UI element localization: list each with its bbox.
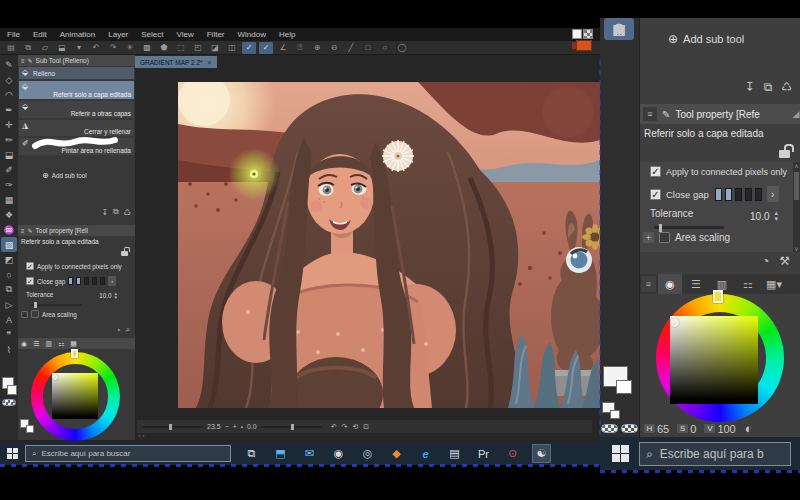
zoom-slider[interactable]	[143, 426, 203, 428]
fit-icon[interactable]: ▪	[241, 424, 243, 430]
tolerance-value[interactable]: 10.0 ▴▾	[750, 210, 778, 222]
hue-marker[interactable]	[713, 290, 723, 303]
shade-b-icon[interactable]: ◫	[225, 42, 239, 54]
clear-icon[interactable]: ▩	[140, 42, 154, 54]
undo-icon[interactable]: ↶	[89, 42, 103, 54]
menu-item[interactable]: Select	[141, 30, 163, 39]
panel-menu-icon[interactable]: ≡	[643, 107, 657, 121]
rotation-value[interactable]: 0.0	[247, 423, 257, 430]
close-gap-level-5[interactable]	[100, 277, 105, 285]
shield-app-icon[interactable]: ◆	[388, 445, 405, 462]
rotate-left-icon[interactable]: ↶	[331, 423, 337, 431]
apply-connected-checkbox[interactable]: ✓ Apply to connected pixels only	[26, 262, 122, 270]
add-subtool-button[interactable]: ⊕ Add sub tool	[42, 171, 87, 180]
close-gap-level-4[interactable]	[92, 277, 97, 285]
close-gap-level-1[interactable]	[68, 277, 73, 285]
tab-intermediate-color[interactable]: ⚏	[58, 340, 64, 348]
area-scaling-row[interactable]: + Area scaling	[643, 232, 730, 243]
select-area-icon[interactable]: ◰	[191, 42, 205, 54]
grid-icon[interactable]: ▤	[4, 42, 18, 54]
new-doc-icon[interactable]: ⧉	[21, 42, 35, 54]
subtool-panel-header[interactable]: ≡ ✎ Sub Tool (Relleno)	[18, 55, 135, 66]
windows-start-button[interactable]	[7, 448, 18, 459]
snap-ruler-icon[interactable]: ✓	[242, 42, 256, 54]
apply-connected-checkbox[interactable]: ✓ Apply to connected pixels only	[650, 166, 787, 177]
property-scrollbar[interactable]: ∧∨	[793, 162, 800, 252]
text-tool-icon[interactable]: A	[1, 312, 17, 327]
snap-special-ruler-icon[interactable]: ✓	[259, 42, 273, 54]
save-dropdown-icon[interactable]: ▾	[72, 42, 86, 54]
polyline-tool-icon[interactable]: ▷	[1, 297, 17, 312]
crop-icon[interactable]: ⬚	[174, 42, 188, 54]
tab-color-wheel[interactable]: ◉	[658, 274, 682, 294]
shape-tool-icon[interactable]: ○	[1, 267, 17, 282]
fill-tool-icon[interactable]: ▨	[1, 237, 17, 252]
menu-item[interactable]: Animation	[60, 30, 96, 39]
zoom-in-icon[interactable]: ⊕	[310, 42, 324, 54]
expand-plus-icon[interactable]: +	[643, 232, 654, 243]
close-gap-level-2[interactable]	[725, 188, 732, 201]
premiere-icon[interactable]: Pr	[475, 445, 492, 462]
rect-tool-icon[interactable]: □	[361, 42, 375, 54]
delete-subtool-icon[interactable]: ♺	[781, 80, 792, 94]
duplicate-subtool-icon[interactable]: ⧉	[764, 80, 773, 94]
zoom-out-icon[interactable]: ⊖	[327, 42, 341, 54]
store-icon[interactable]: ⬒	[272, 445, 289, 462]
menu-item[interactable]: Filter	[207, 30, 225, 39]
refresh-icon[interactable]: ✳	[123, 42, 137, 54]
saturation-value[interactable]: 0	[690, 423, 696, 435]
unlock-icon[interactable]	[121, 251, 128, 256]
panel-menu-icon[interactable]: ≡	[641, 276, 656, 292]
subtool-item-pintar-area[interactable]: ✐ Pintar área no rellenada	[19, 138, 134, 156]
import-subtool-icon[interactable]: ↧	[101, 208, 108, 217]
import-subtool-icon[interactable]: ↧	[745, 80, 755, 94]
fill-bucket-icon[interactable]: ⬟	[157, 42, 171, 54]
snap-guide-icon[interactable]: ∠	[276, 42, 290, 54]
document-tab[interactable]: GRADIENT MAP 2.2* ✕	[135, 56, 217, 68]
close-gap-level-3[interactable]	[84, 277, 89, 285]
clip-studio-icon[interactable]: ☯	[533, 445, 550, 462]
history-icon[interactable]: ◔	[116, 326, 121, 335]
fit-screen-icon[interactable]: ⊡	[363, 423, 369, 431]
eyedropper-tool-icon[interactable]: ⌇	[1, 342, 17, 357]
marker-tool-icon[interactable]: ✐	[1, 162, 17, 177]
sv-square[interactable]	[670, 316, 758, 404]
zoom-value[interactable]: 23.5	[207, 423, 221, 430]
mesh-tool-icon[interactable]: ▦	[1, 192, 17, 207]
shade-a-icon[interactable]: ◪	[208, 42, 222, 54]
redo-icon[interactable]: ↷	[106, 42, 120, 54]
balloon-tool-icon[interactable]: ❞	[1, 327, 17, 342]
subtool-item-referir-solo[interactable]: ⬙ Referir solo a capa editada	[19, 81, 134, 100]
decoration-tool-icon[interactable]: ❖	[1, 207, 17, 222]
menu-item[interactable]: View	[177, 30, 194, 39]
move-tool-icon[interactable]: ✛	[1, 117, 17, 132]
tolerance-value[interactable]: 10.0 ▴▾	[99, 291, 117, 299]
close-gap-expand-button[interactable]: ›	[108, 276, 116, 286]
wrench-icon[interactable]: ⚒	[779, 254, 790, 268]
sub-color-swatch[interactable]	[26, 425, 34, 433]
collapse-chevrons-icon[interactable]: ⌃⌃	[137, 434, 145, 440]
current-color-chips[interactable]	[572, 29, 598, 55]
gpen-tool-icon[interactable]: ✒	[1, 102, 17, 117]
airbrush-tool-icon[interactable]: ♒	[1, 222, 17, 237]
ellipse-tool-icon[interactable]: ◯	[395, 42, 409, 54]
media-player-icon[interactable]: ◉	[330, 445, 347, 462]
spinner-icon[interactable]: ▴▾	[114, 291, 117, 299]
value-value[interactable]: 100	[717, 423, 735, 435]
history-icon[interactable]: ◔	[762, 254, 769, 268]
sv-picker[interactable]	[670, 318, 679, 327]
area-scaling-row[interactable]: + Area scaling	[21, 310, 77, 318]
edge-icon[interactable]: e	[417, 445, 434, 462]
gradient-tool-icon[interactable]: ◩	[1, 252, 17, 267]
chrome-icon[interactable]: ⊙	[504, 445, 521, 462]
tolerance-slider[interactable]	[654, 226, 724, 229]
taskbar-search[interactable]: ⌕ Escribe aquí para b	[639, 442, 791, 466]
tab-color-set[interactable]: ▥	[45, 340, 52, 348]
spiral-app-icon[interactable]: ◎	[359, 445, 376, 462]
delete-subtool-icon[interactable]: ♺	[124, 208, 131, 217]
pencil-tool-icon[interactable]: ✏	[1, 132, 17, 147]
close-gap-checkbox[interactable]: ✓ Close gap ›	[26, 276, 116, 286]
subtool-item-referir-otras[interactable]: ⬙ Referir a otras capas	[19, 101, 134, 119]
context-help-icon[interactable]: ⍰	[293, 42, 307, 54]
add-subtool-button[interactable]: ⊕ Add sub tool	[668, 32, 744, 46]
